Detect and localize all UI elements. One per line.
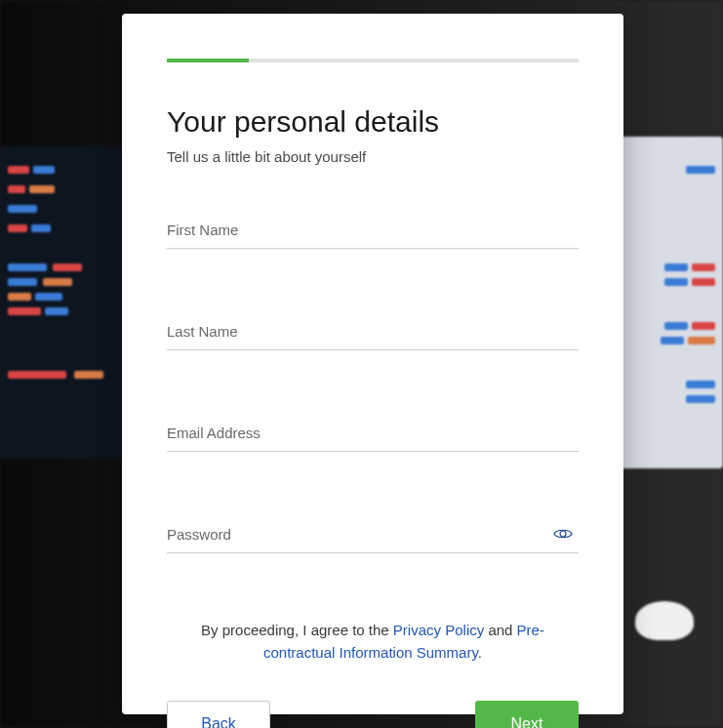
next-button[interactable]: Next <box>475 701 579 728</box>
last-name-field-wrapper <box>167 315 579 350</box>
privacy-policy-link[interactable]: Privacy Policy <box>393 622 484 638</box>
toggle-password-visibility[interactable] <box>551 522 575 546</box>
bg-monitor-left <box>0 146 127 459</box>
progress-bar <box>167 59 579 62</box>
signup-card: Your personal details Tell us a little b… <box>122 14 623 714</box>
progress-fill <box>167 59 249 62</box>
bg-cup <box>635 601 694 640</box>
last-name-field[interactable] <box>167 315 579 350</box>
consent-suffix: . <box>478 644 482 661</box>
button-row: Back Next <box>167 701 579 728</box>
email-field[interactable] <box>167 417 579 452</box>
svg-point-0 <box>560 531 566 537</box>
consent-prefix: By proceeding, I agree to the <box>201 622 393 638</box>
email-field-wrapper <box>167 417 579 452</box>
page-subtitle: Tell us a little bit about yourself <box>167 148 579 165</box>
first-name-field[interactable] <box>167 214 579 249</box>
eye-icon <box>553 527 573 541</box>
consent-text: By proceeding, I agree to the Privacy Po… <box>167 620 579 664</box>
consent-mid: and <box>484 622 516 638</box>
page-title: Your personal details <box>167 105 579 139</box>
password-field-wrapper <box>167 518 579 553</box>
first-name-field-wrapper <box>167 214 579 249</box>
back-button[interactable]: Back <box>167 701 270 728</box>
bg-monitor-right <box>616 137 723 468</box>
password-field[interactable] <box>167 518 579 553</box>
